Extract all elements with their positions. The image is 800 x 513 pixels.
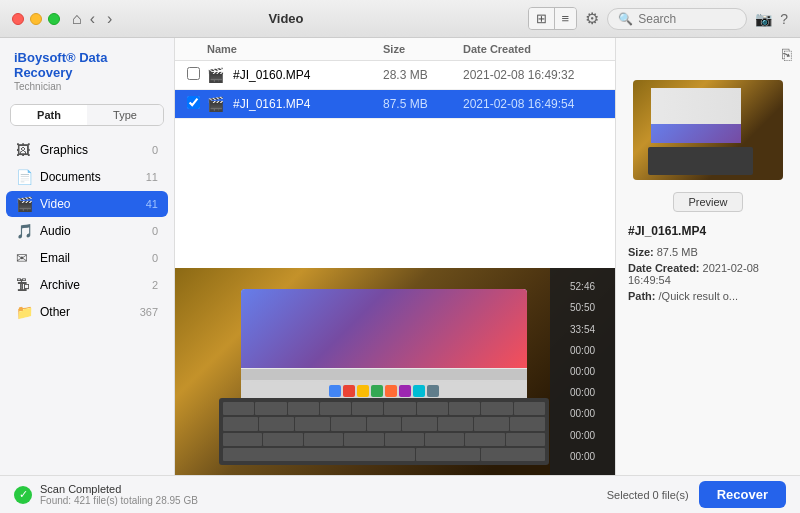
file-icon-0: 🎬	[207, 67, 229, 83]
sidebar-item-other[interactable]: 📁 Other 367	[6, 299, 168, 325]
time-item[interactable]: 00:00	[556, 345, 609, 356]
sidebar-item-documents[interactable]: 📄 Documents 11	[6, 164, 168, 190]
time-item[interactable]: 00:00	[556, 366, 609, 377]
key	[331, 417, 366, 430]
tab-path[interactable]: Path	[11, 105, 87, 125]
sidebar-item-email[interactable]: ✉ Email 0	[6, 245, 168, 271]
keyboard-row	[223, 402, 545, 415]
file-icon-1: 🎬	[207, 96, 229, 112]
grid-view-button[interactable]: ⊞	[529, 8, 555, 29]
screen-content	[241, 289, 527, 403]
key	[425, 433, 464, 446]
time-item[interactable]: 00:00	[556, 430, 609, 441]
thumbnail-image	[633, 80, 783, 180]
thumb-screen-top	[651, 88, 741, 124]
window-title: Video	[44, 11, 527, 26]
sidebar-item-audio[interactable]: 🎵 Audio 0	[6, 218, 168, 244]
row-size-0: 28.3 MB	[383, 68, 463, 82]
table-row[interactable]: 🎬 #JI_0160.MP4 28.3 MB 2021-02-08 16:49:…	[175, 61, 615, 90]
time-item[interactable]: 00:00	[556, 451, 609, 462]
camera-button[interactable]: 📷	[755, 11, 772, 27]
audio-icon: 🎵	[16, 223, 34, 239]
key	[263, 433, 302, 446]
documents-icon: 📄	[16, 169, 34, 185]
key	[304, 433, 343, 446]
path-value: /Quick result o...	[659, 290, 738, 302]
preview-button[interactable]: Preview	[673, 192, 742, 212]
sidebar-label-archive: Archive	[40, 278, 152, 292]
key	[474, 417, 509, 430]
view-toggle: ⊞ ≡	[528, 7, 578, 30]
time-item[interactable]: 00:00	[556, 408, 609, 419]
info-path-row: Path: /Quick result o...	[628, 290, 788, 302]
sidebar-count-documents: 11	[146, 171, 158, 183]
filter-button[interactable]: ⚙	[585, 9, 599, 28]
date-label: Date Created:	[628, 262, 700, 274]
file-info: #JI_0161.MP4 Size: 87.5 MB Date Created:…	[616, 216, 800, 314]
key	[438, 417, 473, 430]
key	[481, 402, 512, 415]
sidebar-label-graphics: Graphics	[40, 143, 152, 157]
key	[367, 417, 402, 430]
info-size-row: Size: 87.5 MB	[628, 246, 788, 258]
time-item[interactable]: 00:00	[556, 387, 609, 398]
recover-button[interactable]: Recover	[699, 481, 786, 508]
keyboard-row	[223, 448, 545, 461]
right-panel: ⎘ Preview #JI_0161.MP4 Size: 87.5 MB	[615, 38, 800, 475]
search-input[interactable]	[638, 12, 736, 26]
size-label: Size:	[628, 246, 654, 258]
sidebar-label-email: Email	[40, 251, 152, 265]
row-size-1: 87.5 MB	[383, 97, 463, 111]
key	[465, 433, 504, 446]
time-item[interactable]: 50:50	[556, 302, 609, 313]
key	[288, 402, 319, 415]
sidebar: iBoysoft® Data Recovery Technician Path …	[0, 38, 175, 475]
thumbnail-area	[616, 72, 800, 188]
sidebar-item-archive[interactable]: 🗜 Archive 2	[6, 272, 168, 298]
video-preview-panel: 52:46 50:50 33:54 00:00 00:00 00:00 00:0…	[175, 268, 615, 475]
table-row[interactable]: 🎬 #JI_0161.MP4 87.5 MB 2021-02-08 16:49:…	[175, 90, 615, 119]
search-box: 🔍	[607, 8, 747, 30]
dock-icon	[371, 385, 383, 397]
dock-icon	[343, 385, 355, 397]
file-thumbnail	[633, 80, 783, 180]
tab-type[interactable]: Type	[87, 105, 163, 125]
scan-text-group: Scan Completed Found: 421 file(s) totali…	[40, 483, 198, 506]
help-button[interactable]: ?	[780, 11, 788, 27]
minimize-button[interactable]	[30, 13, 42, 25]
close-button[interactable]	[12, 13, 24, 25]
col-size-header: Size	[383, 43, 463, 55]
selected-info: Selected 0 file(s)	[607, 489, 689, 501]
key	[510, 417, 545, 430]
thumb-screen	[651, 88, 741, 143]
sidebar-count-graphics: 0	[152, 144, 158, 156]
laptop-visual	[175, 268, 615, 475]
time-item[interactable]: 33:54	[556, 324, 609, 335]
scan-completed-text: Scan Completed	[40, 483, 198, 495]
dock-icon	[427, 385, 439, 397]
sidebar-count-audio: 0	[152, 225, 158, 237]
sidebar-item-graphics[interactable]: 🖼 Graphics 0	[6, 137, 168, 163]
key	[417, 402, 448, 415]
key	[506, 433, 545, 446]
dock-icon	[329, 385, 341, 397]
key	[223, 402, 254, 415]
sidebar-items: 🖼 Graphics 0 📄 Documents 11 🎬 Video 41 🎵…	[0, 134, 174, 475]
dock-icon	[399, 385, 411, 397]
key	[223, 433, 262, 446]
spacebar-key	[223, 448, 415, 461]
col-date-header: Date Created	[463, 43, 603, 55]
dock-icon	[385, 385, 397, 397]
time-item[interactable]: 52:46	[556, 281, 609, 292]
key	[385, 433, 424, 446]
key	[344, 433, 383, 446]
sidebar-label-audio: Audio	[40, 224, 152, 238]
copy-button[interactable]: ⎘	[782, 46, 792, 64]
row-checkbox-0[interactable]	[187, 66, 207, 84]
bottom-bar: ✓ Scan Completed Found: 421 file(s) tota…	[0, 475, 800, 513]
sidebar-item-video[interactable]: 🎬 Video 41	[6, 191, 168, 217]
row-checkbox-1[interactable]	[187, 95, 207, 113]
list-view-button[interactable]: ≡	[555, 8, 577, 29]
key	[514, 402, 545, 415]
keyboard-row	[223, 433, 545, 446]
